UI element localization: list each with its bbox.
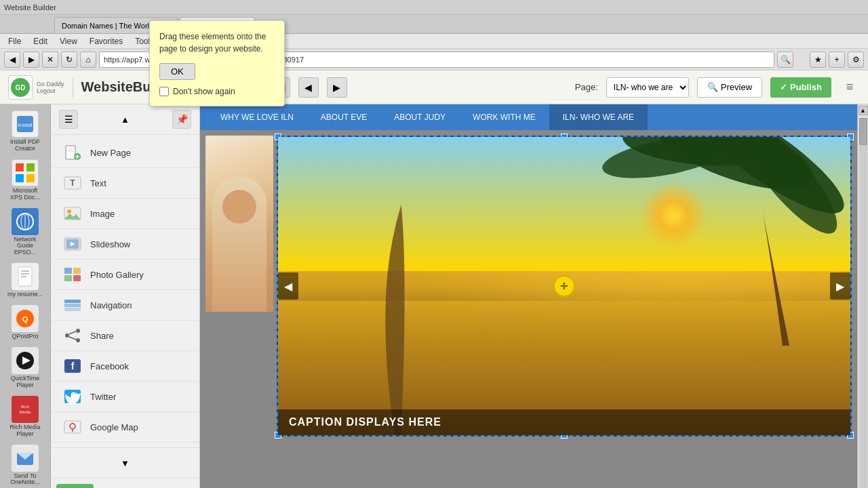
stop-button[interactable]: ✕ bbox=[42, 52, 58, 68]
redo-button[interactable]: ▶ bbox=[327, 77, 347, 98]
slide-next-button[interactable]: ▶ bbox=[830, 272, 850, 300]
desktop-icon-2[interactable]: Microsoft XPS Doc... bbox=[4, 157, 46, 203]
slideshow-element[interactable]: ✛ CAPTION DISPLAYS HERE ◀ ▶ bbox=[277, 136, 852, 436]
sidebar-item-new-page[interactable]: New Page bbox=[51, 138, 199, 168]
svg-rect-43 bbox=[64, 275, 72, 281]
desktop-icon-img-2 bbox=[12, 159, 39, 186]
desktop-icon-7[interactable]: RichMedia Rich Media Player bbox=[4, 394, 46, 440]
search-button[interactable]: 🔍 bbox=[777, 52, 793, 68]
slide-prev-button[interactable]: ◀ bbox=[278, 272, 298, 300]
svg-point-49 bbox=[76, 338, 80, 342]
logout-link[interactable]: Logout bbox=[37, 87, 64, 94]
home-button[interactable]: ⌂ bbox=[80, 52, 96, 68]
install-icon: Install bbox=[14, 113, 36, 135]
scrollbar-thumb[interactable] bbox=[859, 118, 867, 145]
menu-file[interactable]: File bbox=[3, 35, 26, 47]
svg-text:f: f bbox=[71, 361, 75, 371]
sidebar-item-blog[interactable]: Blog/RSS bbox=[51, 443, 199, 447]
sidebar-footer: Stay ...os bbox=[51, 478, 199, 488]
bookmark-add[interactable]: + bbox=[829, 52, 845, 68]
forward-button[interactable]: ▶ bbox=[23, 52, 39, 68]
preview-button[interactable]: 🔍 Preview bbox=[697, 77, 762, 98]
sidebar-item-text[interactable]: T Text bbox=[51, 168, 199, 199]
dont-show-checkbox[interactable] bbox=[159, 87, 169, 96]
prev-arrow-icon: ◀ bbox=[284, 280, 292, 293]
desktop-icon-1[interactable]: Install Install PDF Creator bbox=[4, 108, 46, 155]
sidebar-items-list: New Page T Text bbox=[51, 135, 199, 447]
right-scrollbar[interactable]: ▲ ▼ bbox=[857, 104, 868, 488]
menu-view[interactable]: View bbox=[54, 35, 83, 47]
svg-rect-27 bbox=[66, 146, 75, 159]
more-options-button[interactable]: ≡ bbox=[840, 77, 860, 98]
sidebar-item-facebook[interactable]: f Facebook bbox=[51, 351, 199, 382]
sidebar-bottom: ▼ bbox=[51, 447, 199, 478]
desktop-icon-4[interactable]: my resume... bbox=[4, 261, 46, 300]
sidebar-scroll-up[interactable]: ▲ bbox=[116, 110, 135, 129]
quicktime-icon bbox=[14, 350, 36, 371]
svg-text:Install: Install bbox=[18, 122, 33, 128]
back-button[interactable]: ◀ bbox=[4, 52, 20, 68]
logo-text-area: Go Daddy Logout bbox=[37, 81, 64, 94]
desktop-sidebar: Install Install PDF Creator Microsoft XP… bbox=[0, 104, 51, 488]
page-selector[interactable]: ILN- who we are bbox=[606, 77, 689, 98]
svg-point-48 bbox=[76, 329, 80, 333]
godaddy-logo-icon: GD bbox=[9, 77, 31, 98]
palm-svg bbox=[478, 137, 850, 346]
sidebar-top-controls: ☰ ▲ 📌 bbox=[51, 104, 199, 135]
sidebar-lock-button[interactable]: 📌 bbox=[172, 110, 191, 129]
move-icon: ✛ bbox=[560, 281, 568, 291]
undo-button[interactable]: ◀ bbox=[298, 77, 319, 98]
refresh-button[interactable]: ↻ bbox=[61, 52, 77, 68]
sidebar-item-twitter[interactable]: Twitter bbox=[51, 382, 199, 412]
app-toolbar: GD Go Daddy Logout WebsiteBuilder 7 chan… bbox=[0, 70, 868, 104]
image-icon-svg bbox=[63, 205, 82, 222]
sidebar-item-navigation[interactable]: Navigation bbox=[51, 290, 199, 321]
sidebar-item-slideshow[interactable]: Slideshow bbox=[51, 229, 199, 260]
nav-item-why[interactable]: WHY WE LOVE ILN bbox=[207, 104, 307, 130]
map-icon bbox=[62, 418, 83, 436]
settings-gear[interactable]: ⚙ bbox=[848, 52, 864, 68]
sidebar-item-map[interactable]: Google Map bbox=[51, 412, 199, 443]
nav-item-iln[interactable]: ILN- WHO WE ARE bbox=[549, 104, 648, 130]
file-menu-bar: // Will render file menu after data is a… bbox=[0, 34, 868, 49]
stay-button[interactable]: Stay bbox=[56, 484, 94, 488]
svg-rect-7 bbox=[26, 174, 35, 182]
svg-text:T: T bbox=[70, 178, 75, 188]
sidebar-label-image: Image bbox=[90, 209, 115, 219]
browser-action-buttons: ★ + ⚙ bbox=[810, 52, 864, 68]
desktop-icon-3[interactable]: Network Guide EPSO... bbox=[4, 206, 46, 259]
scrollbar-up-button[interactable]: ▲ bbox=[859, 106, 868, 115]
desktop-icon-label-2: Microsoft XPS Doc... bbox=[6, 188, 44, 201]
menu-favorites[interactable]: Favorites bbox=[84, 35, 128, 47]
share-icon-svg bbox=[63, 327, 82, 344]
new-page-icon bbox=[62, 143, 83, 162]
menu-edit[interactable]: Edit bbox=[28, 35, 53, 47]
sidebar-item-share[interactable]: Share bbox=[51, 321, 199, 351]
map-icon-svg bbox=[63, 419, 82, 435]
sidebar-item-image[interactable]: Image bbox=[51, 199, 199, 229]
desktop-icon-5[interactable]: Q QPostPro bbox=[4, 303, 46, 342]
sidebar-menu-button[interactable]: ☰ bbox=[59, 110, 78, 129]
nav-item-eve[interactable]: ABOUT EVE bbox=[307, 104, 380, 130]
sidebar-label-gallery: Photo Gallery bbox=[90, 270, 144, 280]
desktop-icon-8[interactable]: Send To OneNote... bbox=[4, 443, 46, 488]
move-cursor-indicator[interactable]: ✛ bbox=[553, 275, 575, 297]
publish-button[interactable]: ✓ Publish bbox=[770, 77, 831, 98]
caption-bar: CAPTION DISPLAYS HERE bbox=[278, 409, 850, 435]
logo-image: GD bbox=[8, 75, 33, 100]
page-icon-svg bbox=[63, 144, 82, 161]
tooltip-text: Drag these elements onto the page to des… bbox=[159, 30, 275, 55]
favorites-star[interactable]: ★ bbox=[810, 52, 826, 68]
tooltip-checkbox-row: Don't show again bbox=[159, 87, 275, 96]
navigation-icon-svg bbox=[63, 297, 82, 313]
browser-title-bar: Website Builder bbox=[0, 0, 868, 15]
tooltip-ok-button[interactable]: OK bbox=[159, 63, 195, 80]
nav-item-judy[interactable]: ABOUT JUDY bbox=[380, 104, 459, 130]
sidebar-item-gallery[interactable]: Photo Gallery bbox=[51, 260, 199, 290]
scrollbar-track[interactable] bbox=[859, 118, 867, 488]
desktop-icon-6[interactable]: QuickTime Player bbox=[4, 345, 46, 391]
dont-show-label: Don't show again bbox=[173, 87, 235, 96]
sidebar-scroll-down[interactable]: ▼ bbox=[116, 453, 135, 472]
nav-item-work[interactable]: WORK WITH ME bbox=[459, 104, 549, 130]
svg-text:Rich: Rich bbox=[21, 405, 29, 409]
